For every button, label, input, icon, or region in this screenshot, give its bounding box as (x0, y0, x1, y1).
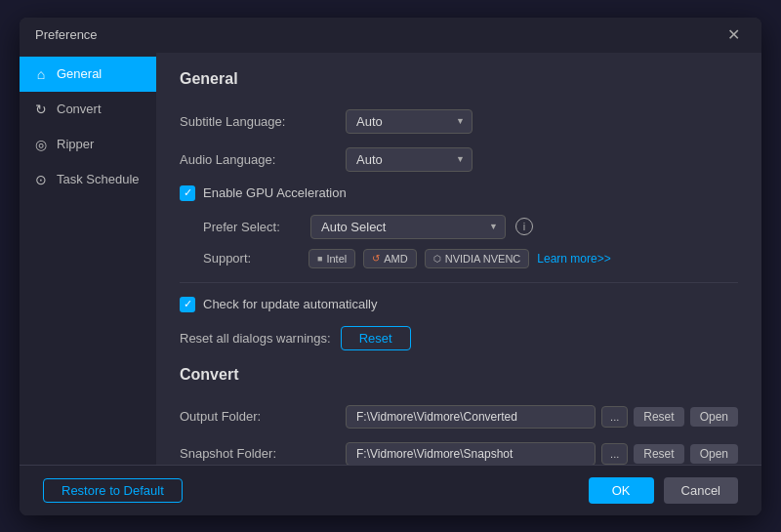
sidebar-item-ripper[interactable]: ◎ Ripper (20, 127, 156, 162)
gpu-checkbox[interactable]: ✓ (180, 185, 195, 201)
subtitle-language-row: Subtitle Language: Auto English Chinese … (180, 109, 738, 134)
sidebar-item-task-schedule[interactable]: ⊙ Task Schedule (20, 162, 156, 197)
output-folder-label: Output Folder: (180, 409, 346, 424)
prefer-select-row: Prefer Select: Auto Select Intel AMD NVI… (203, 215, 738, 239)
reset-dialogs-label: Reset all dialogs warnings: (180, 331, 331, 346)
sidebar-label-convert: Convert (57, 102, 102, 116)
check-update-label: Check for update automatically (203, 297, 377, 311)
amd-label: AMD (384, 253, 407, 265)
nvidia-label: NVIDIA NVENC (445, 253, 521, 265)
audio-language-row: Audio Language: Auto English Chinese (180, 147, 738, 172)
snapshot-folder-open-button[interactable]: Open (690, 444, 738, 464)
preference-dialog: Preference ✕ ⌂ General ↻ Convert ◎ Rippe… (20, 18, 761, 515)
snapshot-folder-row: Snapshot Folder: ... Reset Open (180, 442, 738, 465)
gpu-section: Prefer Select: Auto Select Intel AMD NVI… (203, 215, 738, 268)
info-icon[interactable]: i (515, 218, 533, 235)
amd-chip: ↺ AMD (363, 249, 416, 268)
intel-chip: ■ Intel (308, 249, 355, 268)
prefer-select[interactable]: Auto Select Intel AMD NVIDIA (310, 215, 506, 239)
snapshot-folder-input[interactable] (346, 442, 596, 465)
output-folder-path-row: ... Reset Open (346, 405, 738, 429)
reset-dialogs-row: Reset all dialogs warnings: Reset (180, 326, 738, 350)
audio-language-label: Audio Language: (180, 152, 346, 167)
checkmark-icon: ✓ (184, 187, 192, 198)
output-folder-dots-button[interactable]: ... (601, 406, 628, 428)
check-update-checkbox[interactable]: ✓ (180, 297, 195, 312)
sidebar-label-ripper: Ripper (57, 137, 94, 151)
restore-default-button[interactable]: Restore to Default (43, 478, 183, 503)
learn-more-link[interactable]: Learn more>> (537, 252, 610, 266)
prefer-select-wrap: Auto Select Intel AMD NVIDIA (310, 215, 506, 239)
close-button[interactable]: ✕ (721, 25, 746, 45)
snapshot-folder-path-row: ... Reset Open (346, 442, 738, 465)
convert-section-title: Convert (180, 366, 738, 389)
subtitle-language-select[interactable]: Auto English Chinese French (346, 109, 473, 134)
sidebar-item-convert[interactable]: ↻ Convert (20, 92, 156, 127)
dialog-title: Preference (35, 27, 98, 42)
output-folder-reset-button[interactable]: Reset (634, 407, 683, 427)
nvidia-icon: ⬡ (433, 254, 441, 264)
sidebar-item-general[interactable]: ⌂ General (20, 57, 156, 92)
task-icon: ⊙ (33, 172, 49, 187)
snapshot-folder-reset-button[interactable]: Reset (634, 444, 683, 464)
content-area: General Subtitle Language: Auto English … (156, 53, 761, 465)
subtitle-language-label: Subtitle Language: (180, 114, 346, 129)
footer-actions: OK Cancel (589, 477, 738, 504)
snapshot-folder-dots-button[interactable]: ... (601, 443, 628, 465)
title-bar: Preference ✕ (20, 18, 761, 53)
convert-icon: ↻ (33, 102, 49, 117)
divider-1 (180, 282, 738, 283)
sidebar-label-task: Task Schedule (57, 172, 140, 186)
gpu-checkbox-row: ✓ Enable GPU Acceleration (180, 185, 738, 201)
checkmark-icon-2: ✓ (184, 299, 192, 309)
intel-label: Intel (326, 253, 347, 265)
sidebar-label-general: General (57, 66, 102, 81)
ok-button[interactable]: OK (589, 477, 654, 504)
support-label: Support: (203, 251, 301, 266)
general-section-title: General (180, 70, 738, 94)
output-folder-open-button[interactable]: Open (690, 407, 738, 427)
reset-dialogs-button[interactable]: Reset (341, 326, 411, 350)
output-folder-input[interactable] (346, 405, 596, 429)
amd-icon: ↺ (372, 253, 380, 264)
main-content: ⌂ General ↻ Convert ◎ Ripper ⊙ Task Sche… (20, 53, 761, 465)
audio-language-select[interactable]: Auto English Chinese (346, 147, 473, 172)
cancel-button[interactable]: Cancel (664, 477, 738, 504)
subtitle-language-select-wrap: Auto English Chinese French (346, 109, 473, 134)
check-update-row: ✓ Check for update automatically (180, 297, 738, 312)
home-icon: ⌂ (33, 66, 49, 82)
support-row: Support: ■ Intel ↺ AMD ⬡ NVIDIA NVENC Le… (203, 249, 738, 268)
sidebar: ⌂ General ↻ Convert ◎ Ripper ⊙ Task Sche… (20, 53, 156, 465)
prefer-select-label: Prefer Select: (203, 220, 301, 234)
footer: Restore to Default OK Cancel (20, 465, 761, 515)
gpu-checkbox-label: Enable GPU Acceleration (203, 185, 347, 200)
audio-language-select-wrap: Auto English Chinese (346, 147, 473, 172)
output-folder-row: Output Folder: ... Reset Open (180, 405, 738, 429)
nvidia-chip: ⬡ NVIDIA NVENC (425, 249, 530, 268)
intel-icon: ■ (317, 254, 322, 264)
snapshot-folder-label: Snapshot Folder: (180, 446, 346, 461)
ripper-icon: ◎ (33, 137, 49, 152)
